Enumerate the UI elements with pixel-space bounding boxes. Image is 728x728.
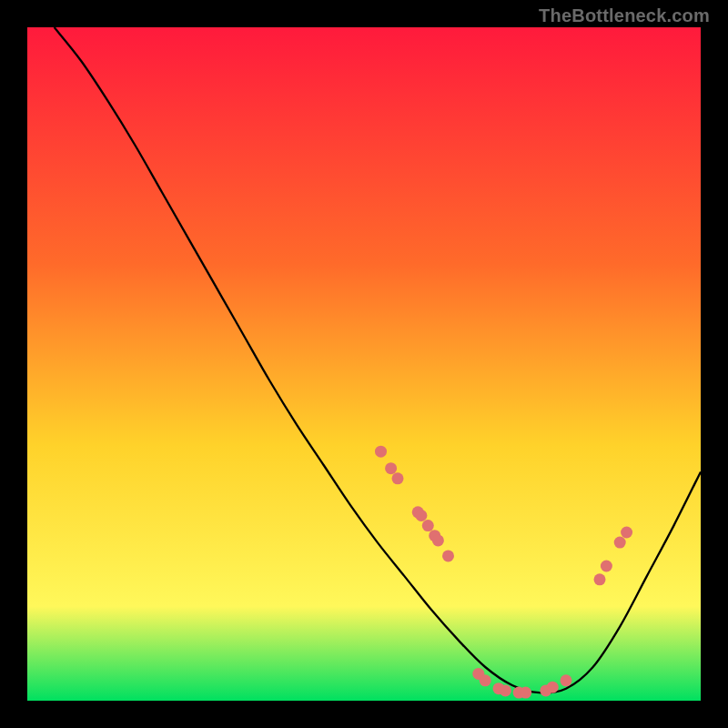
data-point xyxy=(621,527,632,539)
data-point xyxy=(375,446,387,458)
data-point xyxy=(594,573,606,585)
data-point xyxy=(500,684,511,696)
plot-area xyxy=(27,27,701,701)
data-point xyxy=(614,537,626,549)
watermark-text: TheBottleneck.com xyxy=(539,5,710,26)
chart-container: TheBottleneck.com xyxy=(0,0,728,728)
data-point xyxy=(422,520,434,531)
data-point xyxy=(415,510,427,521)
data-point xyxy=(442,550,454,561)
data-point xyxy=(432,534,444,546)
data-point xyxy=(520,687,531,699)
data-point xyxy=(561,674,572,686)
data-point xyxy=(547,682,559,693)
data-point xyxy=(385,462,397,474)
data-point xyxy=(480,674,491,686)
data-point xyxy=(601,561,612,572)
data-point xyxy=(392,472,404,484)
bottleneck-curve-chart xyxy=(0,0,728,728)
